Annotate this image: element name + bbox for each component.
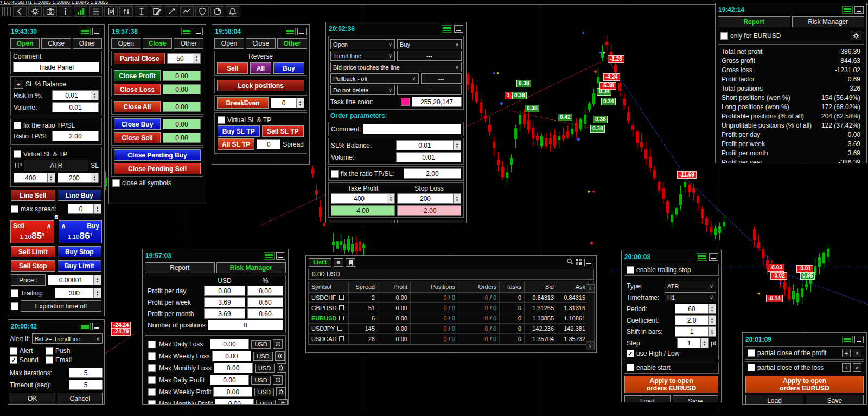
price-tag[interactable]: 0.38 [512, 92, 527, 99]
side-dropdown[interactable]: Buy∨ [397, 39, 462, 49]
tab-other[interactable]: Other [277, 38, 307, 49]
watchlist-row[interactable]: GBPUSD510.000 / 00 / 001.312651.31316 [309, 303, 593, 313]
add-rule-button[interactable]: + [842, 349, 851, 357]
price-tag[interactable]: 0.34 [601, 98, 616, 105]
sell-sltp-button[interactable]: Sell SL TP [262, 125, 304, 137]
type-dropdown[interactable]: ATR∨ [665, 281, 716, 291]
condition-dropdown[interactable]: Bid price touches the line∨ [330, 62, 462, 72]
step-stepper[interactable]: 1▲▼ [677, 338, 709, 348]
email-checkbox[interactable] [46, 356, 53, 364]
close-sell-button[interactable]: Close Sell [114, 132, 161, 143]
tab-close[interactable]: Close [246, 38, 276, 49]
column-header-tasks[interactable]: Tasks [500, 281, 525, 293]
close-pending-buy-button[interactable]: Close Pending Buy [114, 149, 201, 161]
ok-button[interactable]: OK [329, 220, 395, 223]
line-sell-button[interactable]: Line Sell [11, 190, 55, 201]
expiration-checkbox[interactable] [11, 302, 18, 310]
tab-report[interactable]: Report [718, 16, 790, 27]
price-tag[interactable]: -0.01 [796, 265, 813, 273]
symbol-checkbox[interactable] [339, 295, 344, 300]
all-sltp-button[interactable]: All SL TP [218, 138, 254, 150]
price-tag[interactable]: -0.14 [766, 295, 783, 302]
action-dropdown[interactable]: Open∨ [330, 39, 395, 49]
symbol-checkbox[interactable] [339, 336, 344, 341]
minimize-icon[interactable] [854, 336, 864, 343]
indicator-sliders-icon[interactable] [104, 6, 118, 17]
price-tag[interactable]: -0.03 [768, 264, 784, 272]
collapse-arrow-icon[interactable]: ▾ [0, 0, 4, 5]
line-buy-button[interactable]: Line Buy [58, 190, 102, 201]
symbol-checkbox[interactable] [337, 326, 342, 331]
buy-limit-button[interactable]: Buy Limit [58, 260, 102, 272]
trend-line-object[interactable] [723, 266, 866, 266]
price-tag[interactable]: -11.69 [677, 171, 697, 179]
tab-other[interactable]: Other [73, 38, 102, 49]
pullback-dropdown[interactable]: Pullback - off∨ [330, 73, 419, 84]
settings-gear-icon[interactable] [273, 339, 283, 349]
table-scrollbar[interactable]: ∧ ∨ [586, 284, 595, 350]
price-tag[interactable]: 0.38 [590, 125, 605, 133]
comment-input[interactable]: Trade Panel [13, 62, 99, 72]
minimize-icon[interactable] [709, 253, 718, 261]
close-pending-sell-button[interactable]: Close Pending Sell [114, 163, 201, 174]
tab-risk-manager[interactable]: Risk Manager [792, 16, 865, 27]
tab-open[interactable]: Open [10, 38, 40, 49]
menu-icon[interactable] [181, 28, 192, 35]
task-color-input[interactable]: 255,20,147 [412, 97, 462, 107]
settings-gear-icon[interactable] [277, 363, 286, 373]
column-header-symbol[interactable]: Symbol [309, 281, 349, 293]
close-loss-button[interactable]: Close Loss [114, 84, 161, 95]
timeout-input[interactable]: 5 [69, 380, 103, 390]
watchlist-row[interactable]: EURUSD60.000 / 00 / 001.108551.10861 [309, 313, 593, 324]
info-icon[interactable] [59, 6, 72, 17]
column-header-spread[interactable]: Spread [349, 281, 378, 293]
watchlist-row[interactable]: USDCAD280.000 / 00 / 001.357041.35732 [309, 334, 593, 344]
breakeven-button[interactable]: BreakEven [217, 97, 269, 109]
enable-start-checkbox[interactable] [627, 364, 634, 371]
scroll-up-icon[interactable]: ∧ [586, 284, 595, 293]
menu-icon[interactable] [842, 336, 853, 343]
risk-stepper[interactable]: 0.01▲▼ [52, 90, 99, 100]
partial-loss-checkbox[interactable] [748, 364, 755, 371]
tab-open[interactable]: Open [214, 38, 244, 49]
minimize-icon[interactable] [854, 6, 864, 14]
minimize-icon[interactable] [584, 259, 593, 266]
column-header-bid[interactable]: Bid [525, 281, 557, 293]
limit-checkbox[interactable] [148, 364, 156, 372]
buy-sltp-button[interactable]: Buy SL TP [218, 125, 260, 137]
list-name-button[interactable]: List1 [309, 258, 331, 267]
spread-input[interactable]: 0 [257, 139, 280, 149]
settings-gear-icon[interactable] [28, 6, 42, 17]
remove-rule-button[interactable]: × [853, 363, 861, 372]
fix-ratio-input[interactable]: 2.00 [404, 168, 461, 179]
virtual-sltp-checkbox[interactable] [14, 150, 21, 158]
tab-close[interactable]: Close [143, 38, 173, 49]
max-iterations-input[interactable]: 5 [69, 368, 103, 378]
buy-stop-button[interactable]: Buy Stop [58, 246, 102, 257]
alert-checkbox[interactable] [10, 347, 17, 355]
partial-close-button[interactable]: Partial Close [114, 53, 165, 64]
expand-plus-button[interactable]: + [14, 80, 23, 89]
limit-value[interactable]: 0.00 [212, 351, 251, 361]
sell-button[interactable]: Sell∧ 1.10855 [10, 220, 54, 243]
bell-icon[interactable] [226, 6, 239, 17]
currency-button[interactable]: USD [255, 364, 275, 373]
currency-button[interactable]: USD [253, 352, 273, 361]
limit-value[interactable]: 0.00 [215, 399, 254, 405]
minimize-icon[interactable] [194, 28, 203, 35]
minimize-icon[interactable] [92, 323, 101, 330]
list-menu-icon[interactable]: ≡ [334, 258, 343, 267]
alert-condition-dropdown[interactable]: Bid >= TrendLine∨ [32, 333, 103, 344]
minimize-icon[interactable] [297, 28, 307, 35]
close-profit-button[interactable]: Close Profit [114, 70, 161, 81]
limit-checkbox[interactable] [148, 341, 156, 348]
partial-profit-checkbox[interactable] [748, 349, 755, 357]
crosshair-ruler-icon[interactable] [135, 6, 148, 17]
tab-other[interactable]: Other [174, 38, 203, 49]
price-tag[interactable]: 0.38 [525, 105, 539, 112]
tab-open[interactable]: Open [111, 38, 141, 49]
currency-button[interactable]: USD [256, 400, 276, 405]
limit-value[interactable]: 0.00 [210, 375, 249, 385]
breakeven-stepper[interactable]: 0▲▼ [271, 98, 304, 108]
fix-ratio-checkbox[interactable] [331, 170, 339, 178]
